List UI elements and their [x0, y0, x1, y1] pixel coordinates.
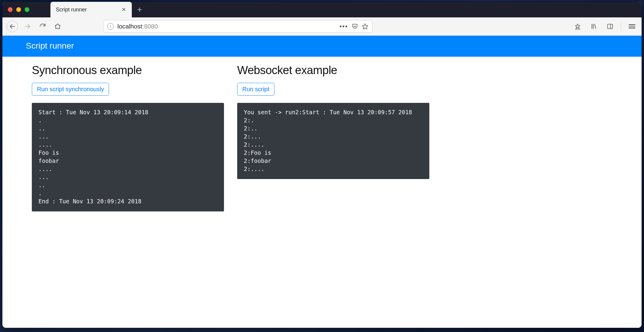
run-sync-button[interactable]: Run script synchronously — [32, 83, 109, 96]
arrow-left-icon — [9, 23, 16, 30]
svg-rect-8 — [608, 24, 613, 29]
sidebar-button[interactable] — [605, 21, 615, 32]
websocket-heading: Websocket example — [237, 64, 429, 77]
back-button[interactable] — [7, 21, 18, 32]
window-controls — [8, 7, 29, 12]
toolbar-right-group — [572, 21, 637, 32]
arrow-right-icon — [24, 23, 31, 30]
page-actions-overflow-icon[interactable]: ••• — [340, 23, 348, 30]
websocket-output: You sent -> run2:Start : Tue Nov 13 20:0… — [237, 103, 429, 179]
app-banner: Script runner — [2, 36, 642, 57]
star-tray-icon — [574, 23, 581, 30]
forward-button[interactable] — [22, 21, 33, 32]
library-button[interactable] — [588, 21, 599, 32]
url-host: localhost:8080 — [117, 23, 158, 30]
sync-output: Start : Tue Nov 13 20:09:14 2018 . .. ..… — [32, 103, 224, 211]
browser-toolbar: i localhost:8080 ••• — [2, 17, 642, 36]
svg-line-7 — [595, 24, 596, 29]
reload-button[interactable] — [37, 21, 48, 32]
reload-icon — [39, 23, 46, 30]
browser-tab[interactable]: Script runner × — [50, 2, 132, 17]
tab-strip: Script runner × + — [2, 2, 642, 17]
pocket-icon — [352, 23, 358, 30]
library-icon — [591, 23, 597, 30]
star-icon — [362, 23, 368, 30]
page-viewport: Script runner Synchronous example Run sc… — [2, 36, 642, 328]
svg-marker-2 — [362, 24, 368, 29]
maximize-window-button[interactable] — [25, 7, 29, 12]
main-columns: Synchronous example Run script synchrono… — [2, 57, 642, 220]
minimize-window-button[interactable] — [16, 7, 21, 12]
toolbar-divider — [621, 22, 621, 31]
home-icon — [54, 23, 61, 30]
tab-title: Script runner — [56, 7, 116, 13]
address-bar[interactable]: i localhost:8080 ••• — [103, 20, 372, 33]
browser-window: Script runner × + i localhost:8080 ••• — [2, 2, 642, 328]
sync-heading: Synchronous example — [32, 64, 224, 77]
bookmarks-button[interactable] — [572, 21, 583, 32]
bookmark-page-button[interactable] — [362, 23, 368, 30]
sidebar-icon — [607, 23, 613, 30]
sync-column: Synchronous example Run script synchrono… — [32, 62, 224, 211]
site-info-icon[interactable]: i — [107, 23, 114, 30]
close-tab-icon[interactable]: × — [121, 5, 127, 14]
websocket-column: Websocket example Run script You sent ->… — [237, 62, 429, 211]
close-window-button[interactable] — [8, 7, 13, 12]
new-tab-button[interactable]: + — [132, 5, 147, 14]
svg-marker-3 — [576, 24, 580, 28]
app-title: Script runner — [26, 41, 74, 50]
home-button[interactable] — [52, 21, 63, 32]
run-websocket-button[interactable]: Run script — [237, 83, 274, 96]
menu-button[interactable] — [627, 21, 637, 32]
pocket-button[interactable] — [352, 23, 358, 30]
hamburger-icon — [629, 23, 635, 29]
